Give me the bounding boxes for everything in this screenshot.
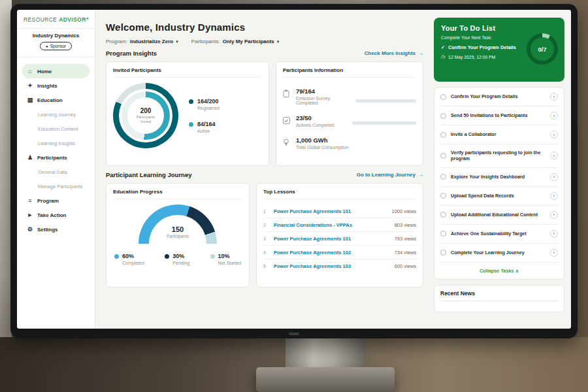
monitor-stand-neck — [286, 337, 365, 370]
lesson-link[interactable]: Power Purchase Agreements 103 — [274, 263, 351, 269]
lesson-link[interactable]: Power Purchase Agreements 102 — [274, 250, 351, 255]
card-title: Education Progress — [113, 189, 242, 199]
task-row[interactable]: Confirm Your Program Details › — [440, 88, 558, 106]
task-label: Upload Additional Educational Content — [451, 212, 546, 218]
sidebar-item-manage-participants[interactable]: Manage Participants — [22, 179, 90, 193]
monitor-bezel: RESOURCE ADVISOR+ Industry Dynamics ● Sp… — [10, 4, 578, 338]
location-pin-icon — [283, 137, 291, 149]
sidebar-item-label: Learning Journey — [38, 112, 76, 118]
sidebar-item-general-data[interactable]: General Data — [22, 165, 90, 179]
sidebar-item-education[interactable]: ▤ Education — [22, 93, 90, 107]
lesson-rank: 4 — [263, 250, 269, 255]
task-checkbox[interactable] — [440, 94, 446, 100]
task-row[interactable]: Invite a Collaborator › — [440, 125, 558, 144]
chevron-right-icon[interactable]: › — [550, 93, 558, 101]
lesson-rank: 5 — [263, 264, 269, 269]
invited-donut-chart: 200 Participants Invited — [113, 83, 178, 148]
sidebar-item-label: Education Content — [38, 126, 78, 132]
gear-icon: ⚙ — [27, 227, 33, 233]
go-to-learning-journey-link[interactable]: Go to Learning Journey → — [357, 172, 423, 178]
lesson-views: 803 views — [395, 222, 416, 228]
info-label: Actions Completed — [296, 123, 335, 127]
info-value: 23/50 — [296, 114, 335, 122]
link-label: Check More Insights — [365, 50, 416, 56]
todo-title: Your To Do List — [441, 24, 557, 32]
education-icon: ▤ — [27, 97, 33, 103]
lesson-link[interactable]: Power Purchase Agreements 101 — [274, 208, 351, 214]
sidebar-item-participants[interactable]: ♟ Participants — [22, 150, 90, 165]
chevron-right-icon[interactable]: › — [550, 211, 558, 219]
lesson-views: 734 views — [395, 250, 416, 255]
task-row[interactable]: Upload Spend Data Records › — [440, 187, 558, 206]
legend-label: Completed — [122, 261, 144, 265]
todo-progress-ring: 0/7 — [527, 33, 558, 65]
task-row[interactable]: Complete Your Learning Journey › — [440, 244, 558, 263]
lesson-link[interactable]: Power Purchase Agreements 101 — [274, 236, 351, 242]
task-checkbox[interactable] — [440, 132, 446, 138]
program-dropdown[interactable]: Program: Industrialize Zero ▾ — [106, 39, 178, 44]
sidebar-item-learning-journey[interactable]: Learning Journey — [22, 107, 90, 122]
chevron-right-icon[interactable]: › — [550, 112, 558, 120]
task-checkbox[interactable] — [440, 231, 446, 237]
todo-panel: Your To Do List Complete Your Next Task:… — [431, 10, 571, 329]
todo-next-task-label: Confirm Your Program Details — [448, 44, 516, 50]
completed-dot-icon — [114, 254, 119, 259]
sidebar-item-take-action[interactable]: ► Take Action — [22, 208, 90, 222]
check-icon: ✓ — [441, 45, 445, 50]
task-checkbox[interactable] — [440, 212, 446, 218]
sidebar-item-education-content[interactable]: Education Content — [22, 122, 90, 136]
education-progress-card: Education Progress 150 Participants 60% — [106, 183, 250, 287]
collapse-tasks-button[interactable]: Collapse Tasks ∧ — [440, 263, 558, 279]
check-more-insights-link[interactable]: Check More Insights → — [365, 50, 423, 56]
chevron-right-icon[interactable]: › — [550, 230, 558, 238]
task-row[interactable]: Send 50 Invitations to Participants › — [440, 106, 558, 125]
sidebar-item-home[interactable]: ⌂ Home — [22, 64, 90, 78]
task-checkbox[interactable] — [440, 250, 446, 255]
donut-center-label: Participants Invited — [132, 115, 159, 124]
legend-item-completed: 60% Completed — [114, 253, 144, 265]
sidebar-item-settings[interactable]: ⚙ Settings — [22, 222, 90, 237]
page-title: Welcome, Industry Dynamics — [106, 22, 423, 33]
task-label: Upload Spend Data Records — [451, 193, 546, 199]
chevron-right-icon[interactable]: › — [550, 152, 558, 159]
task-row[interactable]: Upload Additional Educational Content › — [440, 206, 558, 225]
task-label: Complete Your Learning Journey — [451, 250, 546, 255]
chevron-right-icon[interactable]: › — [550, 192, 558, 200]
legend-value: 84/164 — [197, 121, 216, 127]
lesson-rank: 3 — [263, 237, 269, 241]
task-checkbox[interactable] — [440, 113, 446, 119]
education-gauge-chart: 150 Participants — [139, 204, 217, 245]
info-row-consumption: 1,000 GWh Total Global Consumption — [283, 132, 416, 154]
divider — [17, 28, 95, 29]
home-icon: ⌂ — [27, 69, 33, 74]
gauge-legend: 60% Completed 30% Pending — [113, 253, 242, 265]
donut-center: 200 Participants Invited — [127, 97, 164, 134]
learning-journey-header: Participant Learning Journey Go to Learn… — [106, 171, 423, 178]
lesson-link[interactable]: Financial Considerations - VPPAs — [274, 222, 352, 228]
task-row[interactable]: Explore Your Insights Dashboard › — [440, 168, 558, 187]
participants-dropdown[interactable]: Participants: Only My Participants ▾ — [191, 39, 280, 44]
task-checkbox[interactable] — [440, 153, 446, 159]
info-row-survey: 79/164 Emission Survey Completed — [283, 83, 416, 110]
collapse-tasks-label: Collapse Tasks — [480, 268, 514, 274]
chevron-right-icon[interactable]: › — [550, 249, 558, 257]
sidebar-item-learning-insights[interactable]: Learning Insights — [22, 136, 90, 150]
chevron-down-icon: ▾ — [277, 39, 280, 44]
sidebar-nav: ⌂ Home ✦ Insights ▤ Education Learning J… — [17, 61, 95, 239]
chevron-right-icon[interactable]: › — [550, 131, 558, 139]
main-content: Welcome, Industry Dynamics Program: Indu… — [95, 10, 431, 329]
arrow-right-icon: → — [418, 50, 423, 56]
insights-cards-row: Invited Participants 200 Participants In… — [106, 61, 423, 166]
sidebar-item-label: Take Action — [37, 212, 66, 218]
actions-progress-bar — [352, 122, 416, 125]
chevron-right-icon[interactable]: › — [550, 173, 558, 181]
sidebar-item-label: Insights — [37, 83, 57, 89]
sidebar-item-insights[interactable]: ✦ Insights — [22, 78, 90, 93]
task-row[interactable]: Achieve One Sustainability Target › — [440, 225, 558, 244]
sidebar-item-program[interactable]: ≡ Program — [22, 193, 90, 208]
logo-part1: RESOURCE — [24, 16, 57, 23]
task-row[interactable]: Verify participants requesting to join t… — [440, 144, 558, 168]
card-title: Invited Participants — [113, 67, 262, 78]
task-checkbox[interactable] — [440, 193, 446, 199]
task-checkbox[interactable] — [440, 174, 446, 180]
